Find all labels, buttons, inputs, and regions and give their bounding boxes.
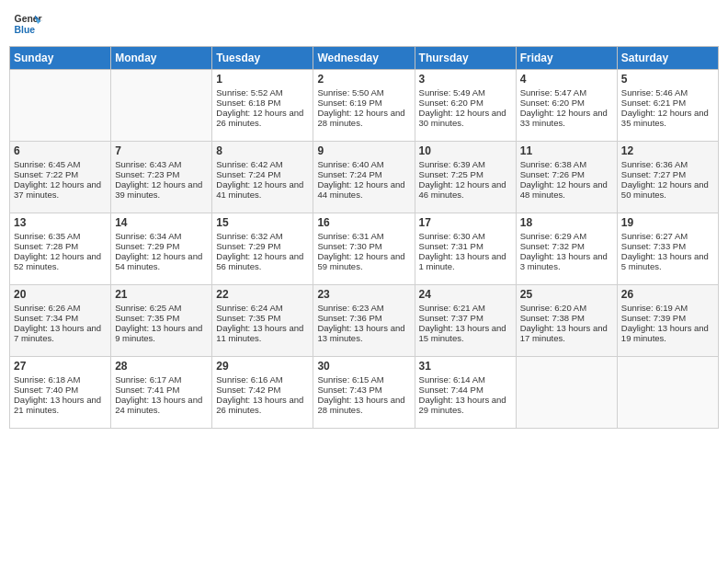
- daylight-text: Daylight: 13 hours and 1 minute.: [419, 251, 506, 271]
- sunrise-text: Sunrise: 6:17 AM: [115, 374, 181, 385]
- sunset-text: Sunset: 7:44 PM: [419, 385, 483, 395]
- day-number: 4: [520, 73, 613, 86]
- sunset-text: Sunset: 7:30 PM: [317, 241, 381, 251]
- calendar-cell: 25Sunrise: 6:20 AMSunset: 7:38 PMDayligh…: [516, 285, 617, 357]
- day-number: 24: [419, 288, 512, 301]
- day-number: 25: [520, 288, 613, 301]
- sunrise-text: Sunrise: 5:47 AM: [520, 87, 586, 98]
- daylight-text: Daylight: 12 hours and 35 minutes.: [621, 108, 709, 128]
- week-row-3: 13Sunrise: 6:35 AMSunset: 7:28 PMDayligh…: [10, 213, 719, 285]
- day-number: 26: [621, 288, 714, 301]
- day-header-friday: Friday: [516, 47, 617, 70]
- sunset-text: Sunset: 7:24 PM: [317, 169, 381, 179]
- calendar-cell: 5Sunrise: 5:46 AMSunset: 6:21 PMDaylight…: [617, 70, 718, 142]
- day-number: 29: [216, 360, 309, 373]
- day-number: 8: [216, 144, 309, 157]
- sunrise-text: Sunrise: 6:42 AM: [216, 159, 282, 169]
- sunrise-text: Sunrise: 6:27 AM: [621, 231, 688, 241]
- day-number: 30: [317, 360, 410, 373]
- daylight-text: Daylight: 13 hours and 17 minutes.: [520, 323, 608, 343]
- day-header-thursday: Thursday: [415, 47, 516, 70]
- logo-icon: General Blue: [13, 9, 42, 39]
- sunrise-text: Sunrise: 5:50 AM: [317, 87, 383, 98]
- sunset-text: Sunset: 7:24 PM: [216, 169, 280, 179]
- calendar-cell: 27Sunrise: 6:18 AMSunset: 7:40 PMDayligh…: [10, 357, 111, 429]
- day-number: 7: [115, 144, 208, 157]
- calendar-cell: 26Sunrise: 6:19 AMSunset: 7:39 PMDayligh…: [617, 285, 718, 357]
- sunrise-text: Sunrise: 6:30 AM: [419, 231, 485, 241]
- sunset-text: Sunset: 7:28 PM: [14, 241, 78, 251]
- daylight-text: Daylight: 13 hours and 13 minutes.: [317, 323, 404, 343]
- daylight-text: Daylight: 13 hours and 28 minutes.: [317, 395, 404, 415]
- daylight-text: Daylight: 13 hours and 26 minutes.: [216, 395, 303, 415]
- sunrise-text: Sunrise: 6:25 AM: [115, 303, 181, 313]
- calendar-cell: 13Sunrise: 6:35 AMSunset: 7:28 PMDayligh…: [10, 213, 111, 285]
- sunrise-text: Sunrise: 6:16 AM: [216, 374, 282, 385]
- day-number: 27: [14, 360, 107, 373]
- day-number: 16: [317, 216, 410, 229]
- daylight-text: Daylight: 12 hours and 37 minutes.: [14, 179, 101, 200]
- daylight-text: Daylight: 13 hours and 11 minutes.: [216, 323, 303, 343]
- day-number: 21: [115, 288, 208, 301]
- sunset-text: Sunset: 7:26 PM: [520, 169, 585, 179]
- week-row-2: 6Sunrise: 6:45 AMSunset: 7:22 PMDaylight…: [10, 142, 719, 213]
- daylight-text: Daylight: 13 hours and 7 minutes.: [14, 323, 101, 343]
- day-number: 15: [216, 216, 309, 229]
- day-number: 6: [14, 144, 107, 157]
- calendar-cell: 11Sunrise: 6:38 AMSunset: 7:26 PMDayligh…: [516, 142, 617, 213]
- day-header-tuesday: Tuesday: [212, 47, 313, 70]
- daylight-text: Daylight: 12 hours and 30 minutes.: [419, 108, 506, 128]
- daylight-text: Daylight: 12 hours and 26 minutes.: [216, 108, 303, 128]
- day-number: 14: [115, 216, 208, 229]
- sunrise-text: Sunrise: 6:29 AM: [520, 231, 586, 241]
- daylight-text: Daylight: 12 hours and 56 minutes.: [216, 251, 303, 271]
- day-header-saturday: Saturday: [617, 47, 718, 70]
- sunset-text: Sunset: 7:22 PM: [14, 169, 78, 179]
- daylight-text: Daylight: 12 hours and 54 minutes.: [115, 251, 202, 271]
- day-number: 31: [419, 360, 512, 373]
- calendar-cell: [10, 70, 111, 142]
- calendar-cell: [516, 357, 617, 429]
- daylight-text: Daylight: 12 hours and 59 minutes.: [317, 251, 404, 271]
- calendar-cell: 3Sunrise: 5:49 AMSunset: 6:20 PMDaylight…: [415, 70, 516, 142]
- day-number: 9: [317, 144, 410, 157]
- calendar-cell: 2Sunrise: 5:50 AMSunset: 6:19 PMDaylight…: [313, 70, 415, 142]
- calendar-cell: [617, 357, 718, 429]
- calendar-table: SundayMondayTuesdayWednesdayThursdayFrid…: [9, 46, 719, 429]
- sunset-text: Sunset: 7:43 PM: [317, 385, 381, 395]
- sunset-text: Sunset: 6:20 PM: [520, 98, 585, 108]
- sunset-text: Sunset: 7:36 PM: [317, 313, 381, 323]
- sunset-text: Sunset: 7:35 PM: [115, 313, 179, 323]
- daylight-text: Daylight: 13 hours and 24 minutes.: [115, 395, 202, 415]
- sunrise-text: Sunrise: 6:15 AM: [317, 374, 383, 385]
- sunset-text: Sunset: 7:25 PM: [419, 169, 483, 179]
- day-number: 17: [419, 216, 512, 229]
- daylight-text: Daylight: 13 hours and 9 minutes.: [115, 323, 202, 343]
- daylight-text: Daylight: 12 hours and 48 minutes.: [520, 179, 608, 200]
- sunset-text: Sunset: 6:19 PM: [317, 98, 381, 108]
- calendar-cell: 24Sunrise: 6:21 AMSunset: 7:37 PMDayligh…: [415, 285, 516, 357]
- calendar-cell: 20Sunrise: 6:26 AMSunset: 7:34 PMDayligh…: [10, 285, 111, 357]
- day-number: 3: [419, 73, 512, 86]
- sunset-text: Sunset: 7:39 PM: [621, 313, 686, 323]
- calendar-cell: 1Sunrise: 5:52 AMSunset: 6:18 PMDaylight…: [212, 70, 313, 142]
- day-number: 20: [14, 288, 107, 301]
- day-number: 13: [14, 216, 107, 229]
- day-number: 22: [216, 288, 309, 301]
- sunrise-text: Sunrise: 6:34 AM: [115, 231, 181, 241]
- sunset-text: Sunset: 7:33 PM: [621, 241, 686, 251]
- calendar-cell: 21Sunrise: 6:25 AMSunset: 7:35 PMDayligh…: [111, 285, 212, 357]
- sunrise-text: Sunrise: 6:36 AM: [621, 159, 688, 169]
- calendar-cell: 16Sunrise: 6:31 AMSunset: 7:30 PMDayligh…: [313, 213, 415, 285]
- calendar-cell: 22Sunrise: 6:24 AMSunset: 7:35 PMDayligh…: [212, 285, 313, 357]
- sunset-text: Sunset: 7:37 PM: [419, 313, 483, 323]
- calendar-cell: 14Sunrise: 6:34 AMSunset: 7:29 PMDayligh…: [111, 213, 212, 285]
- calendar-cell: 4Sunrise: 5:47 AMSunset: 6:20 PMDaylight…: [516, 70, 617, 142]
- sunset-text: Sunset: 7:41 PM: [115, 385, 179, 395]
- day-number: 5: [621, 73, 714, 86]
- calendar-cell: 29Sunrise: 6:16 AMSunset: 7:42 PMDayligh…: [212, 357, 313, 429]
- daylight-text: Daylight: 12 hours and 39 minutes.: [115, 179, 202, 200]
- sunset-text: Sunset: 6:18 PM: [216, 98, 280, 108]
- sunrise-text: Sunrise: 6:24 AM: [216, 303, 282, 313]
- day-number: 19: [621, 216, 714, 229]
